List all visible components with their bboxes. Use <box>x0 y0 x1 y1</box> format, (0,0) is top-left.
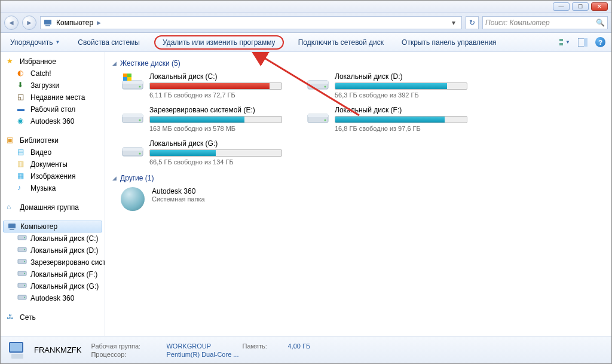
breadcrumb[interactable]: Компьютер <box>56 19 93 27</box>
libraries-header[interactable]: ▣ Библиотеки <box>1 134 105 146</box>
sidebar-drive-item[interactable]: Локальный диск (F:) <box>1 268 105 280</box>
sidebar-drive-item[interactable]: Локальный диск (D:) <box>1 244 105 256</box>
svg-point-19 <box>24 285 25 286</box>
svg-rect-26 <box>123 74 127 77</box>
open-control-panel-button[interactable]: Открыть панель управления <box>398 36 500 48</box>
network-header[interactable]: 🖧 Сеть <box>1 311 105 323</box>
close-button[interactable]: ✕ <box>591 2 608 11</box>
sidebar-item-catch[interactable]: ◐Catch! <box>1 68 105 79</box>
memory-label: Память: <box>243 342 284 350</box>
sidebar-item-music[interactable]: ♪Музыка <box>1 182 105 194</box>
svg-rect-8 <box>8 224 16 228</box>
address-dropdown[interactable]: ▾ <box>448 19 459 27</box>
homegroup-header[interactable]: ⌂ Домашняя группа <box>1 201 105 213</box>
search-placeholder: Поиск: Компьютер <box>485 19 550 27</box>
svg-point-32 <box>325 86 326 88</box>
drive-freespace: 56,3 ГБ свободно из 392 ГБ <box>335 91 467 99</box>
refresh-button[interactable]: ↻ <box>466 16 479 29</box>
forward-button[interactable]: ► <box>22 16 36 30</box>
svg-rect-40 <box>123 148 143 151</box>
svg-rect-31 <box>308 81 328 84</box>
svg-point-17 <box>24 273 25 274</box>
music-icon: ♪ <box>17 183 27 193</box>
autodesk-icon: ◉ <box>17 117 27 126</box>
svg-rect-27 <box>127 74 131 77</box>
sidebar-drive-item[interactable]: Autodesk 360 <box>1 292 105 304</box>
help-button[interactable]: ? <box>595 37 605 47</box>
chevron-right-icon[interactable]: ▶ <box>97 20 101 26</box>
favorites-header[interactable]: ★ Избранное <box>1 56 105 68</box>
drive-title: Локальный диск (D:) <box>335 72 467 81</box>
drive-freespace: 163 МБ свободно из 578 МБ <box>149 125 282 132</box>
capacity-bar <box>335 82 467 90</box>
globe-icon <box>121 187 145 211</box>
drive-icon <box>121 72 145 91</box>
computer-header[interactable]: Компьютер <box>3 221 102 233</box>
svg-rect-37 <box>308 114 328 117</box>
drive-item[interactable]: Зарезервировано системой (E:)163 МБ своб… <box>121 106 282 132</box>
svg-rect-29 <box>127 77 131 81</box>
capacity-bar <box>335 116 467 123</box>
drive-item[interactable]: Локальный диск (D:)56,3 ГБ свободно из 3… <box>306 72 467 99</box>
svg-rect-0 <box>44 20 51 25</box>
uninstall-program-button[interactable]: Удалить или изменить программу <box>154 35 284 50</box>
search-icon[interactable]: 🔍 <box>596 19 605 27</box>
sidebar-drive-item[interactable]: Зарезервировано систе <box>1 256 105 268</box>
hdd-category[interactable]: ◢ Жесткие диски (5) <box>112 59 604 68</box>
maximize-button[interactable]: ☐ <box>572 2 589 11</box>
sidebar-item-downloads[interactable]: ⬇Загрузки <box>1 79 105 91</box>
collapse-icon[interactable]: ◢ <box>112 60 117 66</box>
download-icon: ⬇ <box>17 81 27 90</box>
map-network-drive-button[interactable]: Подключить сетевой диск <box>295 36 387 48</box>
minimize-button[interactable]: — <box>553 2 570 11</box>
drive-title: Локальный диск (F:) <box>335 106 467 114</box>
drive-icon <box>17 293 27 303</box>
drive-icon <box>121 106 145 125</box>
drive-item[interactable]: Локальный диск (F:)16,8 ГБ свободно из 9… <box>306 106 467 132</box>
organize-button[interactable]: Упорядочить▼ <box>7 36 63 48</box>
system-properties-button[interactable]: Свойства системы <box>74 36 143 48</box>
titlebar: — ☐ ✕ <box>1 1 611 13</box>
capacity-bar <box>149 149 282 157</box>
catch-icon: ◐ <box>17 69 27 78</box>
back-button[interactable]: ◄ <box>4 16 19 30</box>
svg-point-13 <box>24 249 25 250</box>
workgroup-value: WORKGROUP <box>166 342 238 350</box>
sidebar-drive-item[interactable]: Локальный диск (C:) <box>1 233 105 244</box>
drive-item[interactable]: Локальный диск (G:)66,5 ГБ свободно из 1… <box>121 139 282 166</box>
collapse-icon[interactable]: ◢ <box>112 175 117 181</box>
library-icon: ▣ <box>7 136 16 145</box>
details-pane: FRANKMZFK Рабочая группа: WORKGROUP Памя… <box>1 336 611 363</box>
sidebar-item-autodesk[interactable]: ◉Autodesk 360 <box>1 115 105 127</box>
drive-icon <box>121 139 145 158</box>
sidebar-drive-item[interactable]: Локальный диск (G:) <box>1 280 105 292</box>
svg-rect-44 <box>10 343 22 351</box>
sidebar-item-desktop[interactable]: ▬Рабочий стол <box>1 103 105 115</box>
svg-rect-28 <box>123 77 127 81</box>
svg-point-35 <box>139 120 141 121</box>
drive-title: Локальный диск (G:) <box>149 139 282 148</box>
sidebar-item-recent[interactable]: ◱Недавние места <box>1 91 105 103</box>
address-bar[interactable]: Компьютер ▶ ▾ <box>40 16 462 29</box>
drive-freespace: 66,5 ГБ свободно из 134 ГБ <box>149 158 282 166</box>
drive-item[interactable]: Локальный диск (C:)6,11 ГБ свободно из 7… <box>121 72 282 99</box>
search-box[interactable]: Поиск: Компьютер 🔍 <box>482 16 608 29</box>
desktop-icon: ▬ <box>17 105 27 114</box>
preview-pane-button[interactable] <box>577 37 588 48</box>
sidebar-item-videos[interactable]: ▤Видео <box>1 146 105 158</box>
svg-rect-23 <box>123 81 143 84</box>
drive-freespace: 6,11 ГБ свободно из 72,7 ГБ <box>149 91 282 99</box>
computer-large-icon <box>7 339 28 361</box>
svg-rect-1 <box>45 25 50 26</box>
svg-point-21 <box>24 297 25 298</box>
other-item-autodesk[interactable]: Autodesk 360 Системная папка <box>121 187 604 211</box>
other-category[interactable]: ◢ Другие (1) <box>112 174 604 182</box>
view-options-button[interactable]: ▼ <box>559 37 570 48</box>
svg-point-11 <box>24 237 25 238</box>
drive-icon <box>17 246 27 255</box>
content-area: ★ Избранное ◐Catch! ⬇Загрузки ◱Недавние … <box>1 52 611 336</box>
capacity-bar <box>149 116 282 123</box>
sidebar-item-pictures[interactable]: ▦Изображения <box>1 170 105 182</box>
sidebar-item-documents[interactable]: ▥Документы <box>1 158 105 170</box>
document-icon: ▥ <box>17 160 27 169</box>
